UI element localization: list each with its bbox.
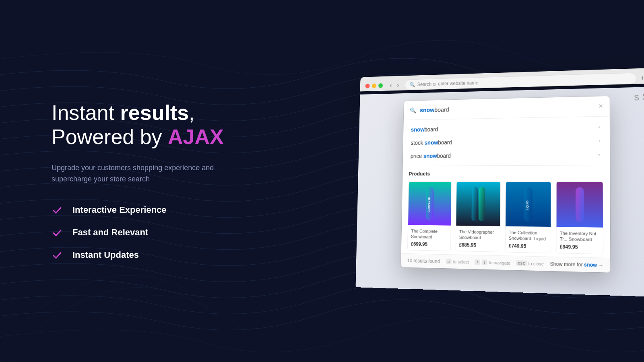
hint-navigate: ↑ ↓ to navigate — [475, 259, 510, 265]
product-image-4 — [557, 182, 603, 228]
subtitle: Upgrade your customers shopping experien… — [52, 162, 224, 185]
search-input-display[interactable]: snowboard — [420, 103, 594, 113]
products-grid: COMPLETE The Complete Snowboard £699.95 — [407, 181, 603, 254]
browser-address-bar[interactable]: 🔍 Search or enter website name — [405, 72, 637, 90]
plus-icon[interactable]: + — [641, 74, 644, 82]
product-price-3: £749.95 — [509, 243, 547, 249]
dot-red[interactable] — [365, 84, 369, 88]
suggestion-text-1: snowboard — [411, 126, 438, 133]
headline-comma: , — [189, 101, 194, 124]
subtitle-line1: Upgrade your customers shopping experien… — [52, 164, 214, 172]
feature-label-2: Fast and Relevant — [72, 228, 148, 238]
show-more-keyword: snow — [584, 262, 597, 268]
suggestion-item-3[interactable]: price snowboard → — [403, 148, 610, 163]
product-image-2 — [456, 182, 500, 226]
hint-close: esc to close — [516, 260, 544, 266]
browser-mockup: ‹ › 🔍 Search or enter website name + ⧉ s… — [356, 68, 644, 297]
feature-item-3: Instant Updates — [52, 250, 224, 261]
headline-bold: results — [120, 101, 189, 124]
left-panel: Instant results, Powered by AJAX Upgrade… — [52, 101, 224, 261]
address-placeholder: Search or enter website name — [417, 80, 478, 87]
dot-yellow[interactable] — [372, 83, 376, 88]
features-list: Interactive Experience Fast and Relevant… — [52, 205, 224, 261]
headline-accent: AJAX — [168, 125, 224, 148]
suggestion-text-3: price snowboard — [411, 152, 451, 159]
browser-body: s Ski 🔍 snowboard × snowboard → — [356, 86, 644, 297]
product-price-4: £949.95 — [560, 244, 600, 250]
product-info-4: The Inventory Not Tr... Snowboard £949.9… — [556, 227, 603, 254]
browser-controls: + ⧉ — [641, 74, 644, 82]
checkmark-icon-1 — [52, 205, 63, 216]
headline-part1: Instant — [52, 101, 120, 124]
svg-rect-6 — [575, 187, 584, 222]
kbd-up: ↑ — [475, 259, 480, 265]
search-modal: 🔍 snowboard × snowboard → stock snowboar… — [401, 96, 610, 272]
product-price-1: £699.95 — [411, 241, 448, 247]
suggestion-text-2: stock snowboard — [411, 139, 452, 146]
hint-close-label: to close — [528, 261, 544, 266]
store-bg-text: s Ski — [634, 91, 644, 103]
feature-label-1: Interactive Experience — [72, 205, 167, 216]
browser-nav: ‹ › — [388, 81, 401, 90]
product-name-3: The Collection Snowboard: Liquid — [509, 230, 547, 242]
svg-rect-3 — [479, 187, 485, 221]
search-rest: board — [434, 106, 449, 113]
feature-item-1: Interactive Experience — [52, 205, 224, 216]
product-price-2: £885.95 — [459, 242, 496, 248]
kbd-enter: ↵ — [446, 259, 452, 264]
svg-text:LIQUID: LIQUID — [526, 200, 529, 210]
browser-back-button[interactable]: ‹ — [388, 81, 394, 89]
product-info-1: The Complete Snowboard £699.95 — [408, 225, 451, 251]
search-close-button[interactable]: × — [599, 102, 603, 110]
products-header: Products — [409, 170, 603, 177]
product-card-3[interactable]: LIQUID The Collection Snowboard: Liquid … — [505, 181, 551, 253]
show-more-pre: Show more for — [550, 261, 584, 268]
search-icon-browser: 🔍 — [409, 82, 415, 88]
product-image-3: LIQUID — [506, 182, 551, 227]
product-image-1: COMPLETE — [408, 182, 451, 226]
browser-forward-button[interactable]: › — [395, 81, 401, 89]
show-more-link[interactable]: Show more for snow → — [550, 261, 604, 268]
products-section: Products — [401, 165, 610, 258]
suggestions-list: snowboard → stock snowboard → price snow… — [403, 116, 610, 166]
svg-rect-2 — [471, 187, 478, 221]
browser-dots — [365, 83, 383, 88]
checkmark-icon-3 — [52, 250, 63, 261]
footer-hints: ↵ to select ↑ ↓ to navigate esc to close — [446, 259, 544, 266]
results-count: 10 results found — [407, 258, 440, 264]
feature-item-2: Fast and Relevant — [52, 227, 224, 239]
checkmark-icon-2 — [52, 227, 63, 239]
product-card-2[interactable]: The Videographer Snowboard £885.95 — [456, 181, 501, 252]
kbd-down: ↓ — [481, 259, 487, 265]
hint-navigate-label: to navigate — [489, 260, 510, 265]
product-info-2: The Videographer Snowboard £885.95 — [456, 226, 500, 252]
suggestion-item-2[interactable]: stock snowboard → — [403, 134, 610, 150]
product-name-2: The Videographer Snowboard — [459, 229, 497, 241]
hint-select-label: to select — [453, 259, 469, 264]
search-icon-modal: 🔍 — [410, 107, 416, 113]
product-card-4[interactable]: The Inventory Not Tr... Snowboard £949.9… — [556, 181, 603, 254]
arrow-icon-2: → — [596, 138, 602, 144]
hint-select: ↵ to select — [446, 259, 469, 264]
headline-line2-part1: Powered by — [52, 125, 168, 148]
headline: Instant results, Powered by AJAX — [52, 101, 224, 149]
arrow-icon-3: → — [596, 151, 602, 158]
product-card-1[interactable]: COMPLETE The Complete Snowboard £699.95 — [407, 181, 452, 251]
kbd-esc: esc — [516, 260, 526, 266]
arrow-icon-1: → — [595, 123, 601, 130]
dot-green[interactable] — [378, 83, 383, 88]
svg-text:COMPLETE: COMPLETE — [427, 197, 430, 212]
product-name-1: The Complete Snowboard — [411, 228, 448, 240]
feature-label-3: Instant Updates — [72, 250, 139, 261]
search-highlight: snow — [420, 107, 434, 113]
product-name-4: The Inventory Not Tr... Snowboard — [560, 230, 600, 243]
product-info-3: The Collection Snowboard: Liquid £749.95 — [506, 226, 551, 253]
subtitle-line2: supercharge your store search — [52, 175, 150, 183]
